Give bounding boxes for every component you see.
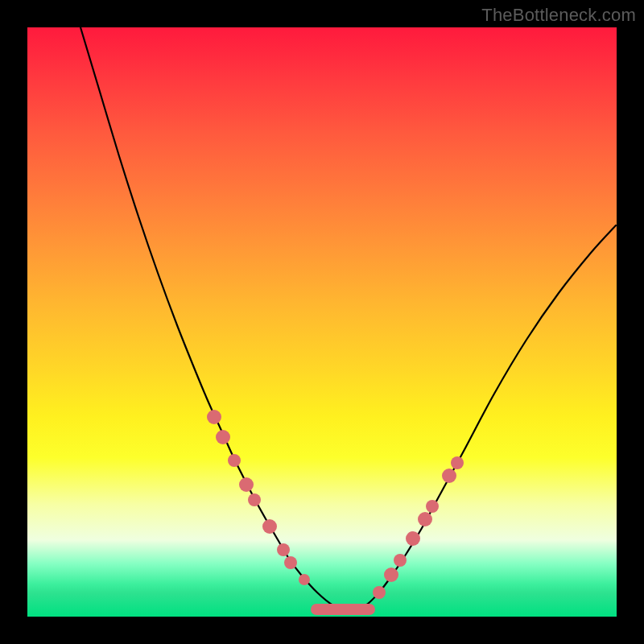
bottleneck-curve bbox=[80, 27, 616, 610]
curve-markers bbox=[207, 410, 464, 599]
curve-marker bbox=[406, 531, 420, 546]
curve-marker bbox=[248, 493, 261, 506]
watermark-text: TheBottleneck.com bbox=[481, 5, 636, 26]
curve-marker bbox=[207, 410, 221, 424]
curve-marker bbox=[418, 512, 432, 526]
curve-marker bbox=[277, 543, 290, 556]
curve-marker bbox=[373, 586, 386, 599]
curve-marker bbox=[442, 469, 456, 483]
curve-marker bbox=[394, 554, 407, 567]
curve-marker bbox=[451, 456, 464, 469]
curve-marker bbox=[262, 519, 277, 534]
curve-marker bbox=[239, 477, 254, 492]
curve-marker bbox=[384, 568, 398, 582]
optimal-range-band bbox=[311, 604, 375, 615]
curve-marker bbox=[299, 574, 310, 585]
curve-marker bbox=[426, 500, 439, 513]
curve-marker bbox=[228, 454, 241, 467]
plot-area bbox=[27, 27, 617, 617]
curve-marker bbox=[284, 556, 297, 569]
curve-marker bbox=[216, 430, 230, 444]
bottleneck-curve-svg bbox=[27, 27, 617, 617]
chart-frame: TheBottleneck.com bbox=[0, 0, 644, 644]
